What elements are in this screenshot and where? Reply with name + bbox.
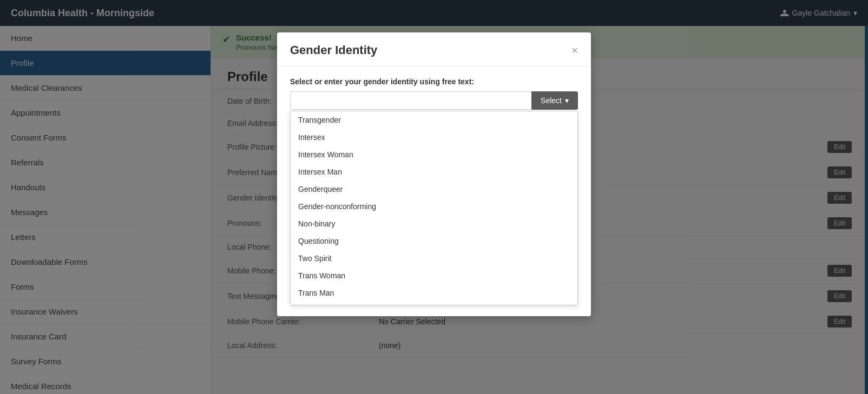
dropdown-item[interactable]: Non-binary bbox=[291, 215, 577, 232]
modal-close-button[interactable]: × bbox=[571, 45, 578, 56]
dropdown-item[interactable]: Transgender bbox=[291, 111, 577, 129]
gender-identity-input[interactable] bbox=[290, 91, 531, 110]
dropdown-item[interactable]: Trans Woman bbox=[291, 267, 577, 284]
dropdown-item[interactable]: Questioning bbox=[291, 232, 577, 250]
select-button[interactable]: Select ▾ bbox=[531, 91, 578, 110]
modal-header: Gender Identity × bbox=[277, 32, 591, 66]
dropdown-item[interactable]: Trans Man bbox=[291, 284, 577, 302]
modal-body: Select or enter your gender identity usi… bbox=[277, 66, 591, 316]
dropdown-item[interactable]: Intersex bbox=[291, 129, 577, 146]
modal-overlay[interactable]: Gender Identity × Select or enter your g… bbox=[0, 0, 868, 394]
dropdown-item[interactable]: Intersex Man bbox=[291, 163, 577, 181]
gender-identity-modal: Gender Identity × Select or enter your g… bbox=[277, 32, 591, 316]
gender-identity-dropdown: TransgenderIntersexIntersex WomanInterse… bbox=[290, 111, 578, 305]
modal-field-label: Select or enter your gender identity usi… bbox=[290, 77, 578, 86]
dropdown-item[interactable]: Female bbox=[291, 302, 577, 305]
dropdown-item[interactable]: Intersex Woman bbox=[291, 146, 577, 163]
dropdown-item[interactable]: Two Spirit bbox=[291, 250, 577, 267]
select-button-label: Select bbox=[541, 96, 562, 105]
dropdown-item[interactable]: Genderqueer bbox=[291, 181, 577, 198]
modal-title: Gender Identity bbox=[290, 43, 377, 57]
select-dropdown-arrow: ▾ bbox=[565, 96, 569, 105]
dropdown-item[interactable]: Gender-nonconforming bbox=[291, 198, 577, 215]
modal-input-row: Select ▾ bbox=[290, 91, 578, 110]
